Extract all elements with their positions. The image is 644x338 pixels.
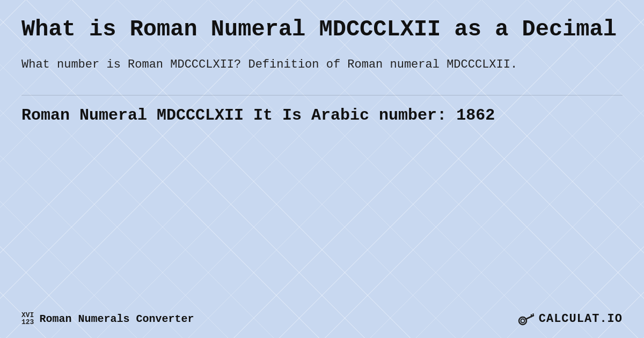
calculat-text: CALCULAT.IO bbox=[539, 312, 623, 326]
footer: XVI 123 Roman Numerals Converter CALCULA… bbox=[21, 309, 623, 328]
main-content: What is Roman Numeral MDCCCLXII as a Dec… bbox=[0, 0, 644, 148]
site-name: Roman Numerals Converter bbox=[39, 313, 194, 325]
svg-line-2 bbox=[525, 315, 533, 319]
roman-numeral-icon: XVI 123 bbox=[21, 312, 34, 326]
svg-point-0 bbox=[519, 317, 526, 325]
page-title: What is Roman Numeral MDCCCLXII as a Dec… bbox=[21, 16, 623, 43]
svg-point-1 bbox=[521, 319, 524, 323]
section-heading: Roman Numeral MDCCCLXII It Is Arabic num… bbox=[21, 105, 623, 126]
divider bbox=[21, 95, 623, 95]
footer-right: CALCULAT.IO bbox=[516, 309, 623, 328]
calculat-icon bbox=[516, 309, 536, 328]
footer-left: XVI 123 Roman Numerals Converter bbox=[21, 312, 194, 326]
calculat-logo: CALCULAT.IO bbox=[516, 309, 623, 328]
roman-icon-bottom: 123 bbox=[21, 319, 34, 326]
page-subtitle: What number is Roman MDCCCLXII? Definiti… bbox=[21, 56, 623, 74]
